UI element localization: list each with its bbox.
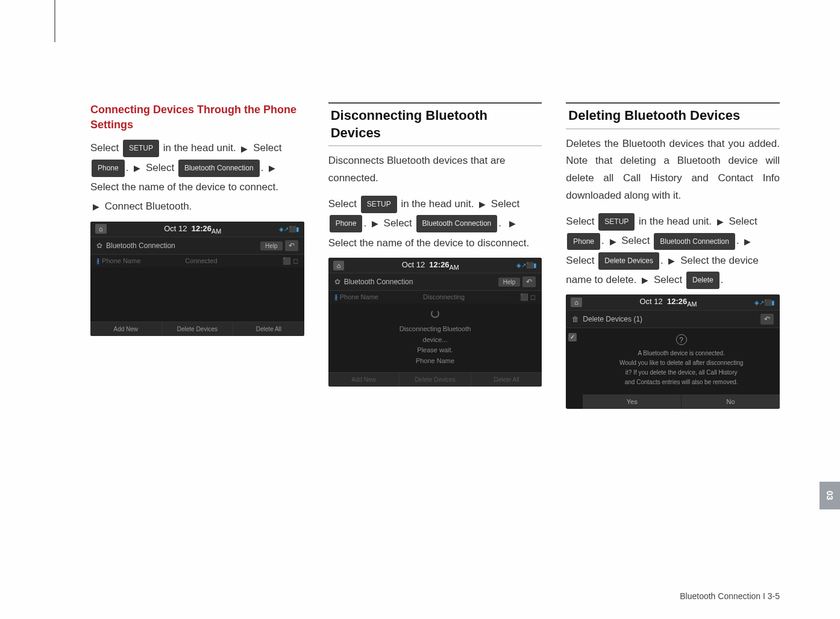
text-in-head-unit: in the head unit. [401, 198, 477, 210]
shot-footer: Add New Delete Devices Delete All [90, 322, 304, 336]
question-icon: ? [676, 334, 687, 345]
column-3: Deleting Bluetooth Devices Deletes the B… [566, 102, 780, 409]
arrow-icon: ▶ [93, 202, 99, 211]
shot-time: 12:26 [429, 260, 449, 269]
shot-time: 12:26 [192, 224, 212, 233]
shot-date: Oct 12 [402, 260, 425, 269]
dialog-body: ? A Bluetooth device is connected. Would… [583, 328, 780, 394]
gear-icon: ✿ [334, 278, 340, 286]
arrow-icon: ▶ [134, 163, 140, 173]
text-select3: Select [384, 217, 415, 229]
column-1: Connecting Devices Through the Phone Set… [90, 102, 304, 409]
screenshot-disconnecting: ⌂ Oct 12 12:26AM ◈↗⬛▮ ✿ Bluetooth Connec… [328, 258, 542, 387]
footer-delete-all: Delete All [471, 373, 542, 387]
text-select2: Select [491, 198, 519, 210]
footer-delete-devices: Delete Devices [162, 322, 234, 336]
arrow-icon: ▶ [269, 163, 275, 173]
dialog-line2: Would you like to delete all after disco… [595, 358, 768, 368]
shot-date: Oct 12 [639, 297, 662, 306]
text-in-head-unit: in the head unit. [163, 142, 239, 154]
bt-icon: ∦ [96, 257, 100, 264]
check-column: ✓ [566, 328, 583, 409]
side-tab: 03 [820, 482, 840, 509]
help-button: Help [498, 278, 521, 287]
shot-time: 12:26 [667, 297, 687, 306]
heading-deleting: Deleting Bluetooth Devices [568, 107, 777, 125]
text-connect-bt: Connect Bluetooth. [105, 201, 192, 212]
gear-icon: ✿ [96, 241, 102, 250]
shot-datetime: Oct 12 12:26AM [107, 224, 279, 235]
text-select2: Select [253, 142, 281, 154]
arrow-icon: ▶ [372, 219, 378, 228]
shot-body-progress: Disconnecting Bluetooth device... Please… [328, 303, 542, 372]
column-2: Disconnecting Bluetooth Devices Disconne… [328, 102, 542, 409]
text-select2: Select [729, 216, 757, 227]
shot-header-title: Delete Devices (1) [583, 315, 642, 323]
text-select: Select [328, 198, 360, 210]
trash-icon: 🗑 [572, 315, 579, 323]
back-button: ↶ [760, 314, 774, 325]
shot-header: 🗑 Delete Devices (1) ↶ [566, 311, 780, 328]
status-icons: ◈↗⬛▮ [279, 226, 299, 232]
checkbox-icon: ✓ [568, 333, 577, 341]
dialog-line4: and Contacts entries will also be remove… [595, 378, 768, 387]
device-name: ∦ Phone Name [96, 257, 185, 265]
instructions-col1: Select SETUP in the head unit. ▶ Select … [90, 138, 304, 216]
text-select: Select [566, 216, 597, 227]
heading-box-disconnecting: Disconnecting Bluetooth Devices [328, 102, 542, 146]
shot-list-row: ∦ Phone Name Connected ⬛ ◻ [90, 255, 304, 267]
dialog-line3: it? If you delete the device, all Call H… [595, 368, 768, 378]
arrow-icon: ▶ [744, 237, 751, 246]
text-select5: Select [654, 274, 685, 285]
text-select-name: Select the name of the device to disconn… [328, 237, 530, 249]
status-icons: ◈↗⬛▮ [754, 299, 775, 306]
arrow-icon: ▶ [668, 256, 675, 266]
chip-setup: SETUP [598, 213, 635, 231]
text-select3: Select [621, 235, 653, 246]
heading-disconnecting: Disconnecting Bluetooth Devices [331, 107, 540, 142]
chip-phone: Phone [567, 233, 600, 250]
chip-phone: Phone [330, 215, 363, 232]
chip-setup: SETUP [123, 140, 159, 157]
screenshot-delete-dialog: ⌂ Oct 12 12:26AM ◈↗⬛▮ 🗑 Delete Devices (… [566, 294, 780, 409]
shot-topbar: ⌂ Oct 12 12:26AM ◈↗⬛▮ [566, 294, 780, 311]
intro-col2: Disconnects Bluetooth devices that are c… [328, 152, 542, 187]
no-button: No [682, 394, 780, 409]
chip-bt-conn: Bluetooth Connection [178, 160, 260, 177]
shot-header-title: Bluetooth Connection [344, 278, 413, 286]
dialog-buttons: Yes No [583, 394, 780, 409]
bt-icon: ∦ [334, 293, 338, 300]
shot-datetime: Oct 12 12:26AM [582, 297, 754, 308]
arrow-icon: ▶ [241, 144, 248, 154]
shot-header-title: Bluetooth Connection [106, 241, 175, 250]
shot-date: Oct 12 [164, 224, 187, 233]
msg-line2: device... [334, 335, 536, 346]
shot-list-row: ∦ Phone Name Disconnecting ⬛ ◻ [328, 291, 542, 303]
heading-box-deleting: Deleting Bluetooth Devices [566, 102, 780, 129]
status-icons: ◈↗⬛▮ [516, 262, 537, 269]
instructions-col3: Select SETUP in the head unit. ▶ Select … [566, 212, 780, 290]
chip-delete: Delete [686, 272, 719, 289]
intro-col3: Deletes the Bluetooth devices that you a… [566, 135, 780, 205]
back-button: ↶ [522, 276, 536, 287]
arrow-icon: ▶ [717, 217, 724, 226]
shot-ampm: AM [450, 263, 459, 270]
help-button: Help [260, 241, 283, 250]
home-icon: ⌂ [571, 297, 582, 307]
msg-line3: Please wait. [334, 345, 536, 356]
text-in-head-unit: in the head unit. [639, 216, 715, 227]
shot-header: ✿ Bluetooth Connection Help ↶ [90, 237, 304, 255]
device-name: ∦ Phone Name [334, 293, 423, 301]
shot-header: ✿ Bluetooth Connection Help ↶ [328, 273, 542, 291]
msg-line4: Phone Name [334, 356, 536, 367]
footer-delete-devices: Delete Devices [400, 373, 471, 387]
footer-delete-all: Delete All [233, 322, 304, 336]
instructions-col2: Select SETUP in the head unit. ▶ Select … [328, 194, 542, 253]
footer-add-new: Add New [90, 322, 162, 336]
arrow-icon: ▶ [610, 237, 616, 246]
footer-add-new: Add New [328, 373, 400, 387]
dialog-container: ? A Bluetooth device is connected. Would… [583, 328, 780, 409]
page-footer: Bluetooth Connection I 3-5 [680, 591, 780, 601]
shot-ampm: AM [212, 227, 221, 234]
chip-delete-devices: Delete Devices [598, 252, 659, 270]
